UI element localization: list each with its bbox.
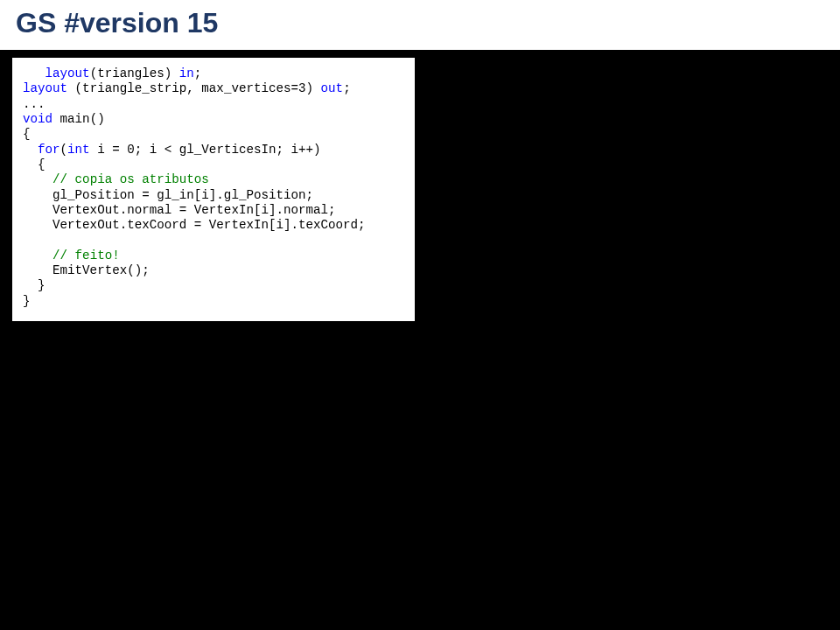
code-line: VertexOut.texCoord = VertexIn[i].texCoor… [23,218,366,232]
slide-title: GS #version 15 [16,7,824,39]
code-line [23,233,31,247]
title-bar: GS #version 15 [0,0,840,50]
code-line: } [23,278,46,292]
code-line: } [23,294,31,308]
code-line: ... [23,97,46,111]
code-line: { [23,158,46,172]
code-line: EmitVertex(); [23,263,150,277]
code-line: layout (triangle_strip, max_vertices=3) … [23,81,351,95]
code-line: // copia os atributos [23,172,209,186]
code-line: for(int i = 0; i < gl_VerticesIn; i++) [23,143,321,157]
code-line: void main() [23,112,105,126]
code-line: VertexOut.normal = VertexIn[i].normal; [23,203,336,217]
code-block: layout(triangles) in; layout (triangle_s… [12,58,415,321]
code-line: layout(triangles) in; [23,66,201,80]
code-line: { [23,127,31,141]
code-line: // feito! [23,248,120,262]
slide: GS #version 15 layout(triangles) in; lay… [0,0,840,630]
code-line: gl_Position = gl_in[i].gl_Position; [23,188,313,202]
